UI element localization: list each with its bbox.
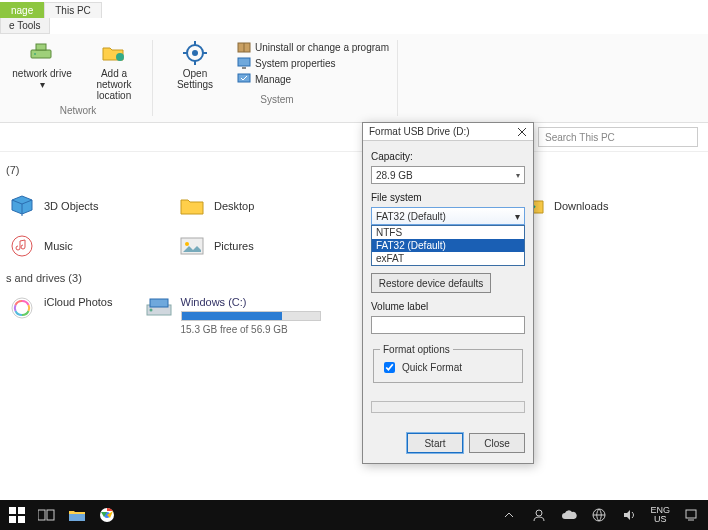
open-settings-button[interactable]: Open Settings bbox=[165, 40, 225, 90]
notifications-icon[interactable] bbox=[682, 506, 700, 524]
task-view-icon[interactable] bbox=[38, 506, 56, 524]
filesystem-dropdown: NTFS FAT32 (Default) exFAT bbox=[371, 225, 525, 266]
svg-rect-14 bbox=[238, 74, 250, 82]
music-note-icon bbox=[8, 234, 36, 258]
folders-grid: 3D Objects Desktop Downloads Music bbox=[4, 186, 698, 266]
search-input[interactable]: Search This PC bbox=[538, 127, 698, 147]
svg-rect-28 bbox=[69, 514, 85, 521]
format-progress-bar bbox=[371, 401, 525, 413]
map-network-drive-button[interactable]: network drive ▾ bbox=[12, 40, 72, 90]
folders-section-header[interactable]: (7) bbox=[6, 164, 698, 176]
picture-icon bbox=[178, 234, 206, 258]
icloud-photos-icon bbox=[8, 296, 36, 320]
chevron-down-icon: ▾ bbox=[516, 171, 520, 180]
volume-label-label: Volume label bbox=[371, 301, 525, 312]
format-dialog: Format USB Drive (D:) Capacity: 28.9 GB … bbox=[362, 122, 534, 464]
quick-format-checkbox[interactable]: Quick Format bbox=[380, 359, 516, 376]
drive-icloud-photos[interactable]: iCloud Photos bbox=[4, 294, 117, 337]
tab-manage[interactable]: nage bbox=[0, 2, 44, 18]
drive-network-icon bbox=[27, 40, 57, 66]
svg-rect-25 bbox=[18, 516, 25, 523]
svg-point-3 bbox=[116, 53, 124, 61]
volume-label-input[interactable] bbox=[371, 316, 525, 334]
folder-icon bbox=[178, 194, 206, 218]
ribbon: network drive ▾ Add a network location N… bbox=[0, 34, 708, 123]
taskbar: ENG US bbox=[0, 500, 708, 530]
filesystem-option-fat32[interactable]: FAT32 (Default) bbox=[372, 239, 524, 252]
svg-rect-13 bbox=[242, 67, 246, 69]
file-explorer-icon[interactable] bbox=[68, 506, 86, 524]
network-tray-icon[interactable] bbox=[590, 506, 608, 524]
svg-rect-20 bbox=[150, 299, 168, 307]
capacity-select[interactable]: 28.9 GB ▾ bbox=[371, 166, 525, 184]
svg-point-21 bbox=[149, 309, 152, 312]
svg-point-15 bbox=[12, 236, 32, 256]
language-indicator[interactable]: ENG US bbox=[650, 506, 670, 524]
filesystem-option-ntfs[interactable]: NTFS bbox=[372, 226, 524, 239]
svg-point-17 bbox=[185, 242, 189, 246]
tray-up-icon[interactable] bbox=[500, 506, 518, 524]
dialog-title: Format USB Drive (D:) bbox=[369, 126, 470, 137]
svg-point-2 bbox=[34, 53, 36, 55]
folder-downloads[interactable]: Downloads bbox=[514, 186, 684, 226]
svg-rect-33 bbox=[686, 510, 696, 518]
package-icon bbox=[237, 40, 251, 54]
svg-rect-12 bbox=[238, 58, 250, 66]
close-icon[interactable] bbox=[517, 127, 527, 137]
cube-icon bbox=[8, 194, 36, 218]
svg-rect-1 bbox=[36, 44, 46, 50]
people-icon[interactable] bbox=[530, 506, 548, 524]
svg-rect-23 bbox=[18, 507, 25, 514]
gear-icon bbox=[180, 40, 210, 66]
svg-rect-24 bbox=[9, 516, 16, 523]
filesystem-option-exfat[interactable]: exFAT bbox=[372, 252, 524, 265]
svg-rect-27 bbox=[47, 510, 54, 520]
address-bar-row: Search This PC bbox=[0, 123, 708, 152]
svg-point-31 bbox=[536, 510, 542, 516]
capacity-label: Capacity: bbox=[371, 151, 525, 162]
folder-desktop[interactable]: Desktop bbox=[174, 186, 344, 226]
onedrive-icon[interactable] bbox=[560, 506, 578, 524]
system-properties-button[interactable]: System properties bbox=[237, 56, 389, 70]
filesystem-select[interactable]: FAT32 (Default) ▾ bbox=[371, 207, 525, 225]
drives-section-header[interactable]: s and drives (3) bbox=[6, 272, 698, 284]
folder-music[interactable]: Music bbox=[4, 226, 174, 266]
folder-network-icon bbox=[99, 40, 129, 66]
ribbon-group-system: System bbox=[260, 94, 293, 105]
svg-rect-26 bbox=[38, 510, 45, 520]
close-button[interactable]: Close bbox=[469, 433, 525, 453]
folder-3d-objects[interactable]: 3D Objects bbox=[4, 186, 174, 226]
format-options-group: Format options Quick Format bbox=[373, 344, 523, 383]
svg-rect-22 bbox=[9, 507, 16, 514]
manage-icon bbox=[237, 72, 251, 86]
tab-drive-tools[interactable]: e Tools bbox=[0, 18, 50, 34]
volume-icon[interactable] bbox=[620, 506, 638, 524]
drive-windows-c[interactable]: Windows (C:) 15.3 GB free of 56.9 GB bbox=[141, 294, 325, 337]
svg-point-5 bbox=[192, 50, 198, 56]
drive-usage-bar bbox=[181, 311, 321, 321]
uninstall-program-button[interactable]: Uninstall or change a program bbox=[237, 40, 389, 54]
start-button[interactable] bbox=[8, 506, 26, 524]
add-network-location-button[interactable]: Add a network location bbox=[84, 40, 144, 101]
ribbon-group-network: Network bbox=[60, 105, 97, 116]
tab-this-pc[interactable]: This PC bbox=[44, 2, 102, 18]
chrome-icon[interactable] bbox=[98, 506, 116, 524]
monitor-icon bbox=[237, 56, 251, 70]
filesystem-label: File system bbox=[371, 192, 525, 203]
restore-defaults-button[interactable]: Restore device defaults bbox=[371, 273, 491, 293]
chevron-down-icon: ▾ bbox=[515, 211, 520, 222]
hard-drive-icon bbox=[145, 296, 173, 320]
start-button[interactable]: Start bbox=[407, 433, 463, 453]
folder-pictures[interactable]: Pictures bbox=[174, 226, 344, 266]
manage-button[interactable]: Manage bbox=[237, 72, 389, 86]
